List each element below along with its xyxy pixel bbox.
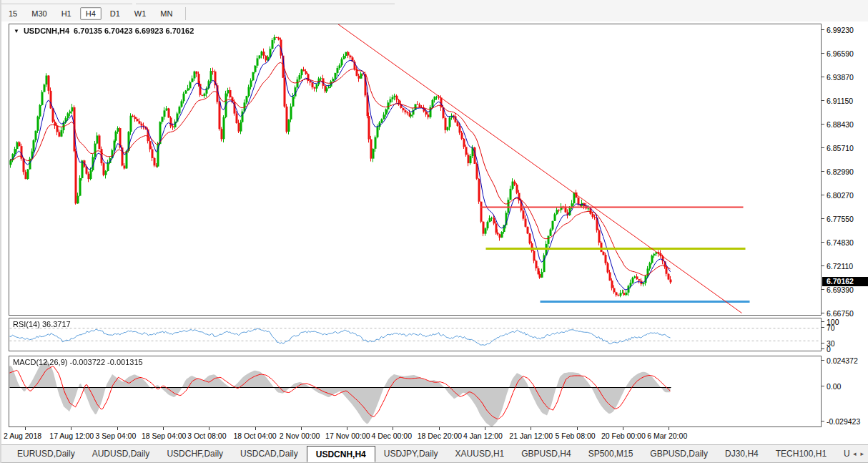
date-tick [25,427,26,430]
tab-scroll-left-icon[interactable]: ◂ [853,450,857,457]
timeframe-button-d1[interactable]: D1 [104,7,126,20]
date-axis-label: 17 Nov 00:00 [325,432,370,440]
chart-tab-usdcad-daily[interactable]: USDCAD,Daily [232,445,307,462]
date-axis-label: 17 Aug 12:00 [49,432,94,440]
chart-tab-usdcnh-h4[interactable]: USDCNH,H4 [307,446,375,462]
price-chart-canvas[interactable] [9,24,821,315]
chart-ohlc-values: 6.70135 6.70423 6.69923 6.70162 [74,26,194,35]
macd-label: MACD(12,26,9) -0.003722 -0.001315 [13,358,143,366]
date-tick [347,427,347,430]
chart-tab-eurusd-daily[interactable]: EURUSD,Daily [9,445,84,462]
toolbar-separator [185,7,186,20]
chart-tab-sp500-m15[interactable]: SP500,M15 [580,445,642,462]
timeframe-button-mn[interactable]: MN [154,7,178,20]
chart-symbol-label: USDCNH,H4 [24,26,69,35]
timeframe-button-h4[interactable]: H4 [80,7,102,20]
tab-scroll-right-icon[interactable]: ▸ [860,450,864,457]
date-axis-label: 18 Sep 04:00 [142,432,186,440]
chart-tab-tech100-h1[interactable]: TECH100,H1 [767,445,835,462]
macd-tick [822,386,824,386]
chart-tab-dj30-h4[interactable]: DJ30,H4 [716,445,767,462]
rsi-label: RSI(14) 36.3717 [13,320,71,328]
date-tick [71,427,71,430]
chart-tab-xauusd-h1[interactable]: XAUUSD,H1 [447,445,513,462]
date-axis-label: 4 Jan 12:00 [463,432,503,440]
current-price-tag: 6.70162 [822,277,868,286]
chart-dropdown-icon[interactable]: ▼ [14,28,19,34]
date-tick [255,427,256,430]
macd-axis-label: 0.024372 [827,356,858,365]
date-axis-label: 6 Mar 20:00 [647,432,687,440]
date-tick [393,427,393,430]
rsi-canvas[interactable] [9,318,821,351]
macd-axis-label: 0.00 [827,382,841,391]
date-tick [577,427,578,430]
date-tick [669,427,669,430]
date-tick [163,427,164,430]
timeframe-button-h1[interactable]: H1 [56,7,77,20]
rsi-panel: RSI(14) 36.3717 [9,318,822,351]
timeframe-button-15[interactable]: 15 [3,7,23,20]
timeframe-button-w1[interactable]: W1 [129,7,152,20]
date-tick [439,427,440,430]
chart-tab-audusd-daily[interactable]: AUDUSD,Daily [84,445,159,462]
date-axis: 2 Aug 201817 Aug 12:003 Sep 04:0018 Sep … [1,430,868,442]
date-axis-label: 5 Feb 08:00 [556,432,596,440]
main-chart-panel: ▼ USDCNH,H4 6.70135 6.70423 6.69923 6.70… [9,24,822,316]
chart-title: ▼ USDCNH,H4 6.70135 6.70423 6.69923 6.70… [14,26,194,35]
date-axis-label: 2 Aug 2018 [4,432,41,440]
date-tick [117,427,118,430]
mt4-window: 15M30H1H4D1W1MN ▼ USDCNH,H4 6.70135 6.70… [0,0,868,463]
date-tick [531,427,531,430]
macd-tick [822,360,824,361]
date-axis-label: 3 Sep 04:00 [96,432,137,440]
date-axis-label: 3 Oct 08:00 [187,432,226,440]
date-tick [301,427,302,430]
macd-axis: 0.0243720.00-0.029423 [822,0,868,427]
date-axis-label: 21 Jan 12:00 [509,432,553,440]
macd-axis-label: -0.029423 [827,417,860,426]
date-tick [485,427,485,430]
chart-tab-gbpusd-daily[interactable]: GBPUSD,Daily [641,445,716,462]
date-tick [623,427,623,430]
chart-tab-usdjpy-daily[interactable]: USDJPY,Daily [375,445,447,462]
top-toolbar-cutoff [1,0,868,5]
chart-tab-gbpusd-h4[interactable]: GBPUSD,H4 [513,445,579,462]
date-tick [209,427,209,430]
macd-canvas[interactable] [9,356,821,427]
macd-panel: MACD(12,26,9) -0.003722 -0.001315 [9,356,822,427]
chart-tab-usdchf-daily[interactable]: USDCHF,Daily [158,445,232,462]
chart-tab-bar: EURUSD,DailyAUDUSD,DailyUSDCHF,DailyUSDC… [1,444,868,463]
date-axis-label: 20 Feb 00:00 [601,432,646,440]
tab-scroll-arrows: ◂ ▸ [850,445,867,462]
date-axis-label: 2 Nov 00:00 [280,432,320,440]
date-axis-label: 18 Oct 04:00 [234,432,277,440]
timeframe-toolbar: 15M30H1H4D1W1MN [1,5,868,21]
timeframe-button-m30[interactable]: M30 [26,7,52,20]
macd-tick [822,421,824,421]
date-axis-label: 4 Dec 00:00 [371,432,412,440]
date-axis-label: 18 Dec 20:00 [418,432,462,440]
